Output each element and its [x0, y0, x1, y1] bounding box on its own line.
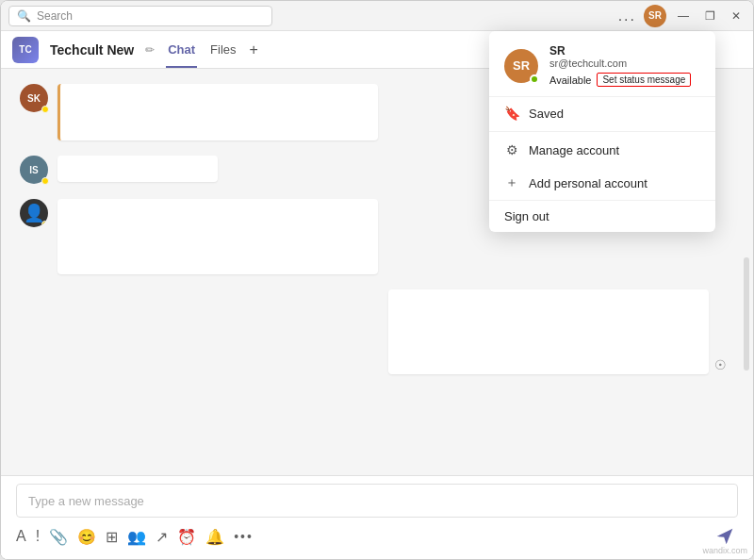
message-bubble	[57, 156, 218, 182]
tab-chat[interactable]: Chat	[166, 39, 197, 60]
avatar: SK	[20, 84, 48, 112]
close-button[interactable]: ✕	[727, 7, 746, 25]
message-toolbar: A ! 📎 😊 ⊞ 👥 ↗ ⏰ 🔔 •••	[16, 518, 738, 552]
list-item: ☉	[20, 289, 734, 374]
edit-icon[interactable]: ✏	[145, 43, 155, 57]
availability-status: Available	[549, 74, 591, 86]
tab-files[interactable]: Files	[208, 39, 238, 60]
praise-button[interactable]: 🔔	[205, 528, 224, 546]
avatar: 👤	[20, 199, 48, 227]
status-indicator	[41, 177, 49, 185]
dropdown-user-info: SR sr@techcult.com Available Set status …	[549, 44, 700, 87]
title-bar-right: ... SR — ❐ ✕	[618, 5, 746, 27]
dropdown-divider	[489, 131, 715, 132]
user-avatar-button[interactable]: SR	[644, 5, 666, 27]
message-bubble-self	[388, 289, 709, 374]
watermark: wandix.com	[702, 546, 747, 555]
dropdown-header: SR SR sr@techcult.com Available Set stat…	[489, 31, 715, 97]
title-bar: 🔍 Search ... SR — ❐ ✕	[1, 1, 753, 31]
dropdown-item-manage-account[interactable]: ⚙ Manage account	[489, 134, 715, 166]
status-indicator	[41, 106, 49, 113]
format-text-button[interactable]: A	[16, 528, 26, 545]
dropdown-item-add-account[interactable]: ＋ Add personal account	[489, 166, 715, 200]
attach-button[interactable]: 📎	[49, 528, 68, 546]
more-toolbar-button[interactable]: •••	[234, 529, 254, 544]
user-dropdown-menu: SR SR sr@techcult.com Available Set stat…	[489, 31, 715, 232]
dropdown-item-sign-out[interactable]: Sign out	[489, 200, 715, 232]
online-status-dot	[530, 74, 539, 84]
message-bubble	[57, 199, 378, 274]
saved-icon: 🔖	[504, 106, 519, 121]
emoji-button[interactable]: 😊	[77, 528, 96, 546]
set-status-button[interactable]: Set status message	[597, 73, 691, 87]
search-icon: 🔍	[17, 9, 31, 23]
dropdown-avatar: SR	[504, 49, 538, 83]
status-indicator	[41, 221, 48, 227]
team-logo: TC	[12, 37, 39, 63]
message-status-icon: ☉	[714, 357, 727, 372]
search-bar[interactable]: 🔍 Search	[8, 6, 272, 26]
avatar: IS	[20, 156, 48, 184]
team-name: Techcult New	[50, 42, 134, 58]
search-placeholder: Search	[37, 9, 73, 23]
share-button[interactable]: ↗	[156, 528, 168, 546]
loop-button[interactable]: ⊞	[106, 528, 118, 546]
add-tab-button[interactable]: +	[250, 41, 258, 58]
dropdown-user-email: sr@techcult.com	[549, 58, 700, 69]
people-button[interactable]: 👥	[127, 528, 146, 546]
message-input-area: Type a new message A ! 📎 😊 ⊞ 👥 ↗ ⏰ 🔔 •••	[1, 475, 753, 559]
manage-account-icon: ⚙	[504, 142, 519, 157]
main-window: 🔍 Search ... SR — ❐ ✕ TC Techcult New ✏ …	[0, 0, 754, 560]
dropdown-item-saved[interactable]: 🔖 Saved	[489, 97, 715, 129]
message-bubble	[57, 84, 378, 140]
maximize-button[interactable]: ❐	[700, 7, 719, 25]
priority-button[interactable]: !	[36, 528, 40, 545]
input-placeholder: Type a new message	[28, 494, 144, 508]
scrollbar[interactable]	[744, 257, 749, 371]
schedule-button[interactable]: ⏰	[177, 528, 196, 546]
message-input[interactable]: Type a new message	[16, 484, 738, 518]
more-options-button[interactable]: ...	[618, 8, 636, 25]
dropdown-user-name: SR	[549, 44, 700, 58]
add-account-icon: ＋	[504, 174, 519, 191]
minimize-button[interactable]: —	[674, 7, 693, 25]
dropdown-status-row: Available Set status message	[549, 73, 700, 87]
